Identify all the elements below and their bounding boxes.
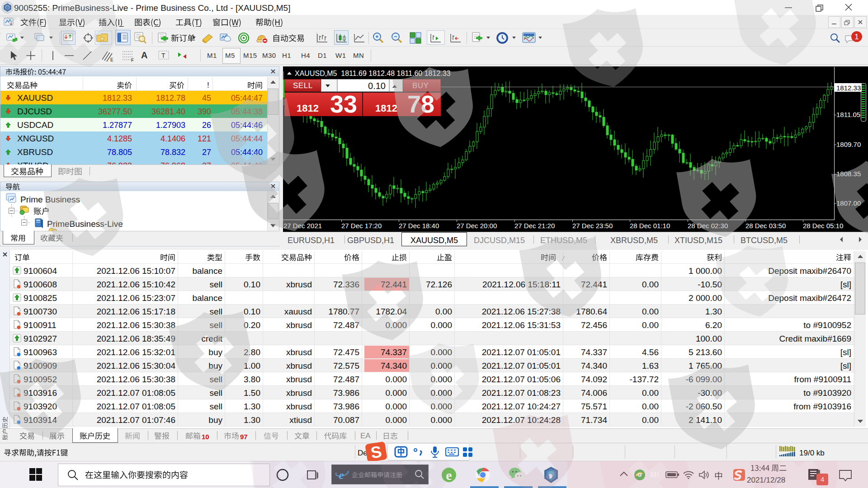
svg-text:F: F	[131, 58, 134, 62]
svg-text:1: 1	[854, 33, 859, 41]
svg-text:T: T	[161, 52, 165, 59]
svg-text:e: e	[339, 469, 344, 481]
svg-text:e: e	[446, 468, 452, 483]
svg-text:E: E	[110, 57, 113, 62]
